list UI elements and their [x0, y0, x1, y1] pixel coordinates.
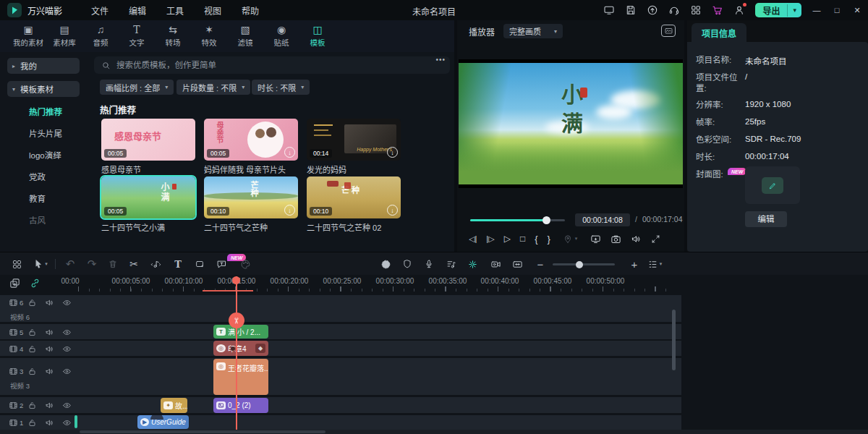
support-headset-icon[interactable]	[668, 4, 680, 16]
tab-stickers[interactable]: ◉贴纸	[263, 20, 299, 52]
lock-icon[interactable]	[27, 344, 37, 354]
keyframe-diamond-icon[interactable]: ◆	[255, 344, 265, 353]
account-icon[interactable]	[733, 4, 745, 16]
track-lane-1[interactable]	[0, 415, 681, 430]
template-thumbnail[interactable]: 芒种 00:10 ↓	[307, 176, 401, 218]
record-screen-icon[interactable]	[489, 258, 502, 271]
tab-audio[interactable]: ♫音频	[82, 20, 119, 52]
fullscreen-button[interactable]	[651, 234, 660, 244]
previous-frame-button[interactable]: ◁|	[469, 234, 477, 244]
search-input[interactable]	[116, 61, 391, 69]
lock-icon[interactable]	[27, 297, 37, 307]
mute-icon[interactable]	[45, 344, 54, 354]
visibility-eye-icon[interactable]	[62, 327, 72, 337]
menu-file[interactable]: 文件	[91, 4, 109, 17]
tab-project-info[interactable]: 项目信息	[692, 23, 746, 42]
tab-text[interactable]: T文字	[119, 20, 155, 52]
menu-help[interactable]: 帮助	[242, 4, 259, 17]
mute-icon[interactable]	[45, 366, 54, 376]
timeline-vertical-scrollbar[interactable]	[672, 310, 676, 370]
zoom-slider-knob[interactable]	[576, 261, 583, 268]
redo-icon[interactable]: ↷	[85, 258, 98, 271]
mute-icon[interactable]	[45, 327, 54, 337]
tab-my-media[interactable]: ▣我的素材	[10, 20, 46, 52]
template-thumbnail[interactable]: 芒种 00:10 ↓	[204, 176, 298, 218]
crop-icon[interactable]	[193, 258, 206, 271]
workspace-icon[interactable]	[603, 4, 615, 16]
menu-tools[interactable]: 工具	[166, 4, 184, 17]
clip-sticker-story[interactable]: ✦ 故...	[161, 398, 187, 413]
template-thumbnail[interactable]: 母亲节 00:05 ↓	[204, 119, 298, 161]
beat-detection-icon[interactable]	[149, 258, 162, 271]
cover-edit-button[interactable]: 编辑	[745, 211, 787, 227]
speech-to-text-icon[interactable]	[215, 258, 228, 271]
filter-duration[interactable]: 时长 : 不限▾	[252, 80, 310, 95]
track-lane-2[interactable]	[0, 397, 681, 413]
tab-transitions[interactable]: ⇆转场	[155, 20, 191, 52]
track-lane-3[interactable]	[0, 358, 681, 395]
template-thumbnail[interactable]: Happy Mother's 00:14 ↓	[307, 119, 401, 161]
mute-icon[interactable]	[45, 417, 54, 427]
mirror-display-button[interactable]	[590, 234, 601, 244]
search-bar[interactable]	[94, 56, 450, 74]
sidebar-item-party[interactable]: 党政	[29, 171, 46, 182]
fit-timeline-icon[interactable]	[511, 258, 524, 271]
mark-out-button[interactable]: }	[547, 234, 550, 244]
download-icon[interactable]: ↓	[387, 147, 398, 158]
scopes-icon[interactable]	[661, 25, 676, 37]
mute-icon[interactable]	[45, 400, 54, 410]
tab-templates[interactable]: ◫模板	[299, 20, 336, 52]
track-manager-icon[interactable]: ▾	[644, 258, 665, 271]
volume-button[interactable]	[631, 234, 642, 244]
timeline-horizontal-scrollbar[interactable]	[0, 430, 868, 434]
zoom-in-icon[interactable]: +	[628, 258, 641, 271]
add-to-new-track-icon[interactable]	[9, 277, 21, 289]
export-label[interactable]: 导出	[755, 4, 788, 17]
color-palette-icon[interactable]	[239, 258, 252, 271]
zoom-out-icon[interactable]: −	[534, 258, 547, 271]
preview-monitor[interactable]: 小满	[459, 59, 683, 188]
sidebar-group-template-assets[interactable]: ▾ 模板素材	[7, 81, 80, 97]
cover-thumbnail[interactable]	[745, 166, 800, 204]
filter-clip-count[interactable]: 片段数量 : 不限▾	[176, 80, 250, 95]
playback-quality-dropdown[interactable]: 完整画质 ▾	[503, 24, 563, 38]
visibility-eye-icon[interactable]	[62, 297, 72, 307]
progress-track[interactable]	[470, 219, 565, 221]
download-icon[interactable]: ↓	[387, 205, 398, 216]
track-header-scrollbar[interactable]	[75, 415, 77, 428]
select-tool-icon[interactable]: ▾	[30, 258, 51, 271]
visibility-eye-icon[interactable]	[62, 400, 72, 410]
download-icon[interactable]: ↓	[284, 147, 295, 158]
mask-shield-icon[interactable]	[401, 258, 414, 271]
download-icon[interactable]: ↓	[284, 205, 295, 216]
template-card[interactable]: 母亲节 00:05 ↓ 妈妈伴随我 母亲节片头	[204, 119, 298, 175]
marker-button[interactable]: ▾	[563, 234, 578, 244]
delete-icon[interactable]	[106, 258, 119, 271]
add-text-icon[interactable]: T	[171, 258, 184, 271]
render-preview-icon[interactable]	[379, 258, 392, 271]
playhead-handle[interactable]	[232, 276, 240, 284]
tab-stock-media[interactable]: ▤素材库	[46, 20, 82, 52]
smart-edit-icon[interactable]	[466, 258, 479, 271]
template-card[interactable]: 芒种 00:10 ↓ 二十四节气之芒种 02	[307, 176, 401, 233]
template-card[interactable]: 感恩母亲节 00:05 感恩母亲节	[101, 119, 195, 175]
cloud-upload-icon[interactable]	[647, 4, 658, 16]
progress-knob[interactable]	[542, 216, 550, 224]
mark-in-button[interactable]: {	[535, 234, 537, 244]
more-options-icon[interactable]: •••	[435, 56, 446, 64]
mute-icon[interactable]	[45, 297, 54, 307]
template-card-selected[interactable]: 小满 00:05 二十四节气之小满	[101, 176, 195, 233]
sidebar-item-intro-outro[interactable]: 片头片尾	[29, 127, 62, 139]
save-icon[interactable]	[625, 4, 637, 16]
sidebar-item-hot[interactable]: 热门推荐	[29, 106, 62, 117]
filter-aspect-ratio[interactable]: 画幅比例 : 全部▾	[100, 80, 174, 95]
clip-sticker-petals[interactable]: ◎ 王者花瓣落...	[213, 359, 268, 395]
resource-grid-icon[interactable]	[690, 4, 702, 16]
play-button[interactable]: ▷	[504, 234, 511, 244]
clip-effect-stamp[interactable]: ◎ 印章4 ◆	[213, 341, 268, 356]
horizontal-scroll-thumb[interactable]	[80, 430, 326, 433]
track-lane-4[interactable]	[0, 341, 681, 356]
undo-icon[interactable]: ↶	[64, 258, 77, 271]
visibility-eye-icon[interactable]	[62, 417, 72, 427]
cover-edit-icon[interactable]	[762, 177, 783, 194]
